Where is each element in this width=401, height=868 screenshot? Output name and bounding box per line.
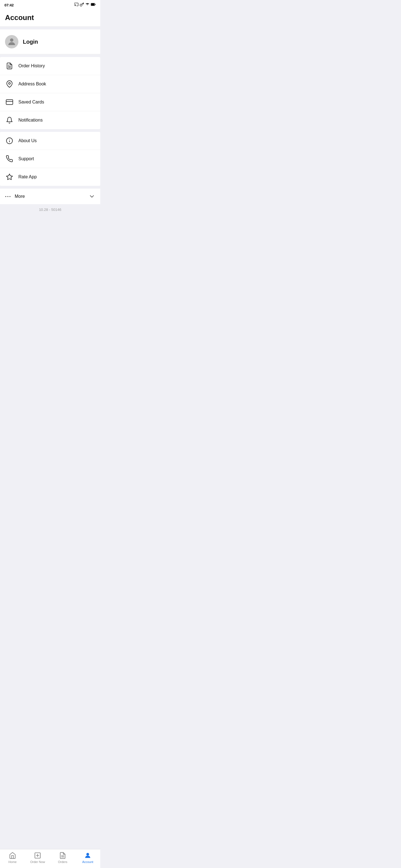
bell-icon xyxy=(5,116,14,125)
more-dots-icon: ··· xyxy=(5,193,11,200)
more-label: More xyxy=(15,194,25,199)
status-icons xyxy=(74,2,96,8)
menu-item-about-us[interactable]: About Us xyxy=(0,132,100,150)
wifi-icon xyxy=(85,2,90,8)
page-title: Account xyxy=(0,10,100,27)
more-row[interactable]: ··· More xyxy=(0,189,100,204)
order-history-label: Order History xyxy=(18,63,45,68)
address-book-label: Address Book xyxy=(18,82,46,87)
chevron-down-icon xyxy=(89,193,95,200)
more-left: ··· More xyxy=(5,193,25,200)
login-row[interactable]: Login xyxy=(0,30,100,54)
menu-item-notifications[interactable]: Notifications xyxy=(0,111,100,129)
svg-marker-13 xyxy=(6,174,12,180)
cast-icon xyxy=(74,2,79,8)
menu-item-address-book[interactable]: Address Book xyxy=(0,75,100,93)
menu-item-order-history[interactable]: Order History xyxy=(0,57,100,75)
user-avatar-icon xyxy=(7,37,17,47)
svg-point-7 xyxy=(9,83,10,85)
svg-rect-3 xyxy=(91,3,94,6)
menu-item-support[interactable]: Support xyxy=(0,150,100,168)
version-text: 10.28 - 50146 xyxy=(0,204,100,215)
status-time: 07:42 xyxy=(4,3,13,7)
star-icon xyxy=(5,173,14,181)
avatar xyxy=(5,35,18,49)
info-icon xyxy=(5,136,14,145)
login-label: Login xyxy=(23,39,38,45)
menu-item-saved-cards[interactable]: Saved Cards xyxy=(0,93,100,111)
phone-icon xyxy=(5,154,14,163)
saved-cards-label: Saved Cards xyxy=(18,100,44,104)
receipt-icon xyxy=(5,61,14,70)
support-label: Support xyxy=(18,156,34,161)
key-icon xyxy=(80,2,84,8)
svg-point-4 xyxy=(10,38,13,42)
notifications-label: Notifications xyxy=(18,118,42,123)
rate-app-label: Rate App xyxy=(18,175,37,180)
location-icon xyxy=(5,80,14,89)
menu-section-1: Order History Address Book Saved Cards xyxy=(0,57,100,129)
status-bar: 07:42 xyxy=(0,0,100,10)
svg-rect-8 xyxy=(6,100,13,104)
menu-section-2: About Us Support Rate App xyxy=(0,132,100,186)
about-us-label: About Us xyxy=(18,138,37,143)
login-card[interactable]: Login xyxy=(0,30,100,54)
menu-item-rate-app[interactable]: Rate App xyxy=(0,168,100,186)
credit-card-icon xyxy=(5,98,14,106)
battery-icon xyxy=(91,2,96,8)
more-section[interactable]: ··· More xyxy=(0,189,100,204)
